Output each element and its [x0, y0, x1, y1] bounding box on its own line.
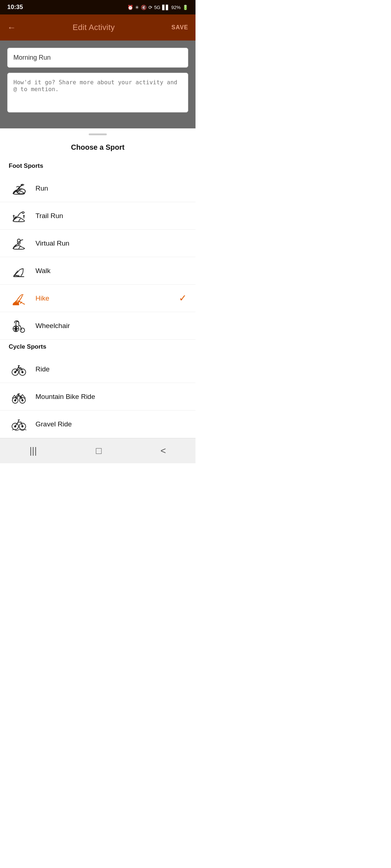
status-icons: ⏰ ✳ 🔇 ⟳ 5G ▋▋ 92% 🔋	[127, 5, 188, 10]
sport-item-ride[interactable]: Ride	[0, 356, 196, 383]
sport-item-gravel-ride[interactable]: Gravel Ride	[0, 410, 196, 438]
hike-icon	[9, 288, 29, 309]
virtual-run-label: Virtual Run	[35, 239, 70, 247]
nav-back-button[interactable]: <	[150, 442, 177, 460]
gravel-ride-icon	[9, 414, 29, 434]
sport-item-mountain-bike-ride[interactable]: Mountain Bike Ride	[0, 383, 196, 410]
form-area	[0, 41, 196, 128]
nav-bar: ||| □ <	[0, 438, 196, 463]
nav-home-button[interactable]: □	[85, 442, 113, 460]
activity-description-input[interactable]	[7, 73, 188, 112]
ride-icon	[9, 359, 29, 379]
status-bar: 10:35 ⏰ ✳ 🔇 ⟳ 5G ▋▋ 92% 🔋	[0, 0, 196, 14]
signal-icon: ▋▋	[162, 5, 169, 10]
hike-check-icon: ✓	[179, 293, 187, 304]
sheet-handle[interactable]	[0, 128, 196, 137]
gravel-ride-label: Gravel Ride	[35, 420, 72, 428]
svg-point-5	[17, 239, 20, 242]
back-button[interactable]: ←	[7, 22, 16, 33]
sheet-title: Choose a Sport	[0, 137, 196, 159]
network-label: 5G	[154, 5, 160, 10]
alarm-icon: ⏰	[127, 5, 133, 10]
mountain-bike-ride-icon	[9, 387, 29, 407]
section-cycle-sports: Cycle Sports	[0, 340, 196, 356]
virtual-run-icon	[9, 233, 29, 254]
app-bar: ← Edit Activity SAVE	[0, 14, 196, 41]
mute-icon: 🔇	[141, 5, 147, 10]
sport-item-walk[interactable]: Walk	[0, 257, 196, 285]
run-label: Run	[35, 184, 48, 192]
wheelchair-label: Wheelchair	[35, 322, 70, 330]
hike-label: Hike	[35, 294, 49, 302]
walk-icon	[9, 261, 29, 281]
nav-menu-button[interactable]: |||	[18, 442, 47, 460]
status-time: 10:35	[7, 4, 23, 11]
sport-item-run[interactable]: Run	[0, 175, 196, 202]
walk-label: Walk	[35, 267, 51, 275]
ride-label: Ride	[35, 365, 50, 373]
wheelchair-icon	[9, 316, 29, 336]
bottom-sheet: Choose a Sport Foot Sports Run	[0, 128, 196, 438]
battery-label: 92%	[171, 5, 181, 10]
trail-run-icon	[9, 206, 29, 226]
run-icon	[9, 178, 29, 199]
sport-item-trail-run[interactable]: Trail Run	[0, 202, 196, 230]
save-button[interactable]: SAVE	[172, 24, 188, 31]
sync-icon: ⟳	[148, 5, 152, 10]
sport-item-wheelchair[interactable]: Wheelchair	[0, 312, 196, 340]
section-foot-sports: Foot Sports	[0, 159, 196, 175]
sport-item-hike[interactable]: Hike ✓	[0, 285, 196, 312]
bluetooth-icon: ✳	[135, 5, 139, 10]
trail-run-label: Trail Run	[35, 212, 63, 220]
mountain-bike-ride-label: Mountain Bike Ride	[35, 393, 95, 401]
sport-item-virtual-run[interactable]: Virtual Run	[0, 230, 196, 257]
page-title: Edit Activity	[73, 23, 115, 32]
activity-title-input[interactable]	[7, 48, 188, 68]
battery-icon: 🔋	[182, 5, 188, 10]
handle-bar	[89, 133, 107, 135]
